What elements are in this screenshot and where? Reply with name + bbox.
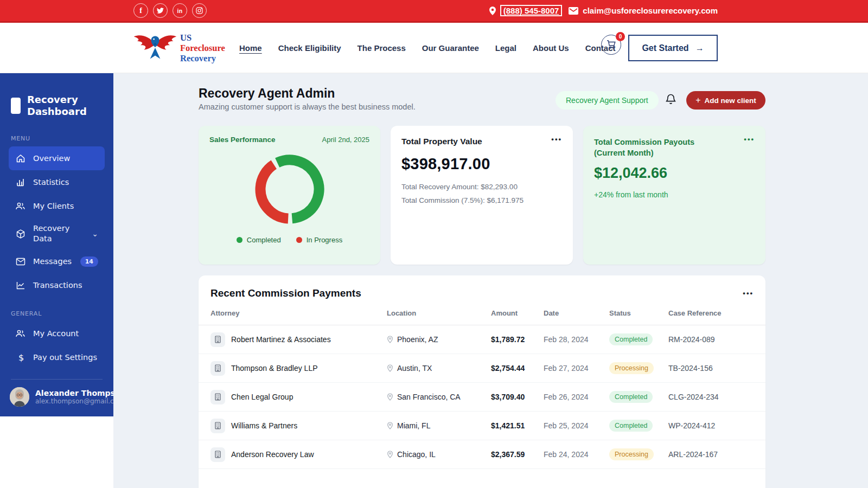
table-header-row: Attorney Location Amount Date Status Cas…	[199, 301, 765, 325]
site-header: US Foreclosure Recovery Home Check Eligi…	[0, 23, 868, 73]
plus-icon: +	[695, 95, 700, 105]
nav-legal[interactable]: Legal	[495, 43, 516, 53]
sidebar-item-payout-settings[interactable]: $ Pay out Settings	[9, 345, 105, 369]
table-row[interactable]: Thompson & Bradley LLP Austin, TX $2,754…	[199, 354, 765, 383]
sidebar-user[interactable]: Alexander Thompson alex.thompson@gmail.c…	[0, 387, 113, 407]
sales-performance-card: Sales Performance April 2nd, 2025 Comple…	[199, 126, 380, 265]
commission-value: $12,042.66	[594, 165, 755, 182]
chart-legend: Completed In Progress	[209, 236, 369, 244]
more-options-icon[interactable]: •••	[743, 291, 754, 296]
sidebar-item-statistics[interactable]: Statistics	[9, 170, 105, 194]
sidebar-item-recovery-data[interactable]: Recovery Data ⌄	[9, 218, 105, 249]
total-property-value-card: Total Property Value ••• $398,917.00 Tot…	[391, 126, 573, 265]
status-badge: Processing	[609, 362, 654, 374]
sidebar-item-overview[interactable]: Overview	[9, 146, 105, 170]
sidebar-divider	[11, 379, 103, 380]
more-options-icon[interactable]: •••	[744, 137, 755, 142]
recovery-amount-line: Total Recovery Amount: $82,293.00	[401, 183, 562, 191]
bar-chart-icon	[15, 177, 25, 188]
facebook-icon[interactable]: f	[133, 3, 148, 18]
building-icon	[210, 390, 225, 404]
status-badge: Completed	[609, 333, 653, 345]
stat-cards: Sales Performance April 2nd, 2025 Comple…	[199, 126, 765, 265]
users-icon	[15, 329, 25, 339]
nav-about-us[interactable]: About Us	[533, 43, 569, 53]
property-value: $398,917.00	[401, 155, 562, 173]
sidebar-item-my-clients[interactable]: My Clients	[9, 194, 105, 218]
building-icon	[210, 419, 225, 433]
table-row[interactable]: Chen Legal Group San Francisco, CA $3,70…	[199, 383, 765, 412]
eagle-logo-icon	[132, 32, 178, 63]
twitter-icon[interactable]	[153, 3, 168, 18]
add-new-client-button[interactable]: + Add new client	[686, 91, 765, 110]
social-links: f in	[133, 3, 207, 18]
instagram-icon[interactable]	[192, 3, 207, 18]
more-options-icon[interactable]: •••	[551, 137, 562, 142]
pin-icon	[387, 422, 393, 429]
line-chart-icon	[15, 280, 25, 291]
cube-icon	[15, 229, 25, 239]
status-badge: Completed	[609, 420, 653, 432]
logo[interactable]: US Foreclosure Recovery	[132, 32, 225, 63]
card-date: April 2nd, 2025	[322, 136, 369, 144]
pin-icon	[387, 451, 393, 458]
home-icon	[15, 153, 25, 164]
get-started-button[interactable]: Get Started →	[628, 35, 718, 61]
email-link[interactable]: claim@usforeclosurerecovery.com	[583, 6, 718, 15]
cart-icon	[607, 40, 616, 49]
building-icon	[210, 332, 225, 347]
table-row[interactable]: Williams & Partners Miami, FL $1,421.51 …	[199, 412, 765, 440]
cart-count-badge: 0	[616, 32, 625, 41]
status-badge: Processing	[609, 448, 654, 460]
status-badge: Completed	[609, 391, 653, 403]
support-pill[interactable]: Recovery Agent Support	[556, 91, 659, 110]
in-progress-dot	[296, 237, 302, 243]
nav-check-eligibility[interactable]: Check Eligibility	[278, 43, 341, 53]
user-name: Alexander Thompson	[35, 389, 126, 397]
donut-chart	[251, 150, 329, 228]
pin-icon	[387, 393, 393, 401]
table-row[interactable]: Robert Martinez & Associates Phoenix, AZ…	[199, 325, 765, 354]
location-pin-icon	[489, 7, 496, 15]
nav-home[interactable]: Home	[239, 43, 262, 53]
user-email: alex.thompson@gmail.com	[35, 397, 117, 405]
page-subtitle: Amazing customer support is always the b…	[199, 102, 416, 111]
linkedin-icon[interactable]: in	[173, 3, 187, 18]
main-content: Recovery Agent Admin Amazing customer su…	[113, 73, 868, 488]
card-title: Total Property Value	[401, 137, 482, 146]
sidebar-item-my-account[interactable]: My Account	[9, 322, 105, 345]
dollar-icon: $	[15, 352, 25, 363]
completed-dot	[237, 237, 242, 243]
sidebar-item-transactions[interactable]: Transactions	[9, 273, 105, 297]
card-title: Sales Performance	[209, 136, 276, 144]
phone-link[interactable]: (888) 545-8007	[500, 5, 563, 16]
arrow-right-icon: →	[695, 43, 704, 53]
page-title: Recovery Agent Admin	[199, 86, 335, 101]
mail-icon	[15, 256, 25, 267]
recent-commission-payments-card: Recent Commission Payments ••• Attorney …	[199, 275, 765, 488]
sidebar-item-messages[interactable]: Messages 14	[9, 249, 105, 273]
nav-our-guarantee[interactable]: Our Guarantee	[422, 43, 479, 53]
pin-icon	[387, 336, 393, 343]
top-contact-bar: f in (888) 545-8007 claim@usforeclosurer…	[0, 0, 868, 23]
main-nav: Home Check Eligibility The Process Our G…	[239, 23, 616, 73]
nav-the-process[interactable]: The Process	[358, 43, 406, 53]
svg-text:$: $	[18, 352, 24, 363]
messages-count-badge: 14	[80, 256, 98, 267]
logo-text: US Foreclosure Recovery	[180, 33, 225, 63]
table-title: Recent Commission Payments	[210, 287, 361, 299]
general-section-label: GENERAL	[11, 310, 103, 317]
card-title: Total Commission Payouts (Current Month)	[594, 137, 724, 158]
chevron-down-icon: ⌄	[92, 229, 98, 238]
cart-button[interactable]: 0	[601, 35, 623, 56]
brand-name: Recovery Dashboard	[27, 94, 103, 118]
table-row[interactable]: Anderson Recovery Law Chicago, IL $2,367…	[199, 440, 765, 469]
users-icon	[15, 201, 25, 211]
notification-bell-icon[interactable]	[666, 93, 676, 107]
commission-delta: +24% from last month	[594, 190, 755, 199]
menu-section-label: MENU	[11, 135, 103, 142]
email-icon	[569, 7, 578, 15]
avatar	[10, 387, 29, 407]
building-icon	[210, 447, 225, 462]
building-icon	[210, 361, 225, 376]
